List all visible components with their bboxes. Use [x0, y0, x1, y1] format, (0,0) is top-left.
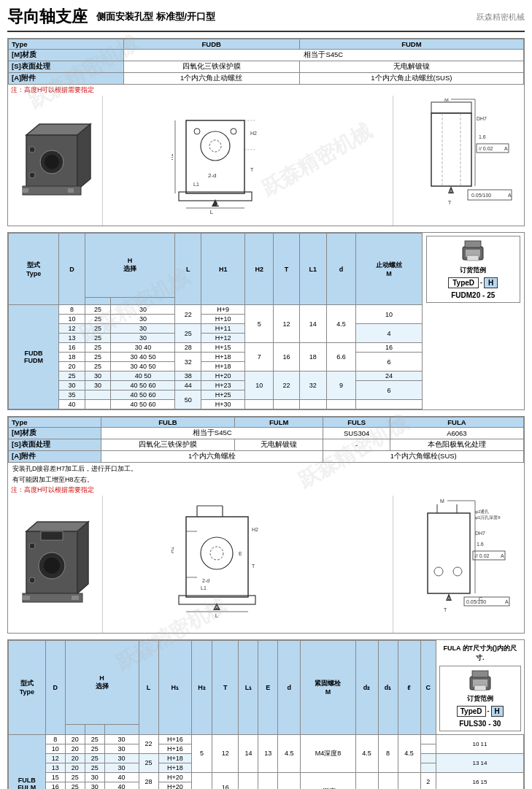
c2-empty4: [420, 763, 436, 772]
svg-point-4: [45, 155, 59, 169]
svg-text:T: T: [448, 200, 452, 205]
h2-30: 30: [104, 734, 139, 744]
svg-text:DH7: DH7: [475, 531, 485, 536]
svg-text:L: L: [209, 209, 213, 215]
d22-6.6: 6.6: [355, 772, 378, 789]
order-h-2: H: [491, 706, 504, 717]
h2-40e: 40: [104, 772, 139, 782]
h-40-50-60a: 40 50 60: [111, 381, 175, 390]
svg-rect-105: [474, 685, 486, 690]
type-fudm: FUDM: [299, 39, 523, 50]
t-12: 12: [274, 305, 300, 343]
accessory-label-2: [A]附件: [9, 451, 101, 463]
h-40-50-60c: 40 50 60: [111, 400, 175, 409]
h2-20: 20: [65, 734, 85, 744]
c2-2: 2: [420, 772, 436, 789]
svg-rect-53: [41, 531, 63, 540]
svg-text:1.6: 1.6: [477, 542, 484, 547]
svg-rect-28: [431, 113, 471, 186]
h-25g: 25: [85, 362, 111, 372]
col-l1: L1: [299, 234, 326, 305]
e2-11: 10 11: [436, 734, 524, 753]
col2-d2b: d₂: [355, 641, 378, 735]
col-d2: d: [326, 234, 356, 305]
d22-4.5: 4.5: [355, 734, 378, 772]
h-30e-40: 30 40: [111, 343, 175, 353]
e2-18: 18: [258, 772, 278, 789]
t-22: 22: [274, 372, 300, 400]
e2-15-16: 16 15: [436, 772, 524, 789]
svg-text:A: A: [504, 146, 508, 151]
product-image-2: [8, 496, 103, 633]
screw2-m4: M4深度8: [301, 734, 355, 772]
screw-4: 4: [356, 324, 422, 343]
d-25: 25: [59, 372, 85, 381]
svg-rect-49: [467, 255, 479, 261]
col-type: 型式Type: [9, 234, 59, 305]
material-fuls: SUS304: [323, 428, 390, 439]
col-d: D: [59, 234, 85, 305]
page-subtitle: 侧面安装孔型 标准型/开口型: [96, 10, 215, 23]
svg-point-6: [29, 172, 35, 178]
surface-label-2: [S]表面处理: [9, 439, 101, 451]
page-title-main: 导向轴支座: [7, 6, 88, 28]
svg-marker-52: [77, 522, 88, 593]
d-empty: [326, 400, 356, 409]
col-h-b: [111, 297, 175, 304]
order-typed-2: TypeD: [457, 706, 486, 717]
screw-empty: [356, 400, 422, 409]
d2-13: 13: [45, 763, 65, 772]
type-fulm: FULM: [235, 417, 323, 428]
note-1: 注：高度H可以根据需要指定: [8, 85, 524, 96]
data-table-section-2: 型式Type D H选择 L H₁ H₂ T L₁ E d 紧固螺栓M d₂ d…: [7, 639, 525, 789]
svg-rect-60: [72, 596, 79, 600]
data-table-1: 型式Type D H选择 L H1 H2 T L1 d 止动螺丝M: [8, 233, 524, 409]
screw2-m6: M6深度12: [301, 772, 355, 789]
h-25b: 25: [85, 315, 111, 324]
svg-point-66: [210, 547, 223, 560]
order-title-2: 订货范例: [443, 694, 517, 704]
l2-28: 28: [139, 772, 158, 789]
screw-16: 16: [356, 343, 422, 353]
surface-fulb: 四氧化三铁保护膜: [101, 439, 234, 451]
h-25: 25: [85, 305, 111, 315]
l-25: 25: [175, 324, 201, 343]
svg-text:2-d: 2-d: [208, 172, 217, 179]
h-30h: 30: [85, 372, 111, 381]
d-10: 10: [59, 315, 85, 324]
svg-text:A: A: [447, 596, 450, 601]
col-screw: 止动螺丝M: [356, 234, 422, 305]
h-30g-40-50: 30 40 50: [111, 362, 175, 372]
h1-12: H+12: [201, 334, 245, 343]
svg-text:E: E: [239, 551, 242, 556]
material-fula: A6063: [390, 428, 523, 439]
surface-label: [S]表面处理: [9, 61, 124, 73]
product-svg-1: [19, 120, 92, 201]
l-22: 22: [175, 305, 201, 324]
l2-25: 25: [139, 753, 158, 772]
d-20: 20: [59, 362, 85, 372]
svg-text:A: A: [217, 201, 220, 207]
printer-svg: [460, 239, 486, 261]
h12-16b: H+16: [158, 744, 192, 753]
c2-empty3: [420, 753, 436, 763]
h2-30d: 30: [104, 763, 139, 772]
section-ful: Type FULB FULM FULS FULA [M]材质 相当于S45C S…: [7, 416, 525, 634]
type-ful-all: FULBFULMFULSFULA: [9, 734, 46, 789]
d-6.6: 6.6: [326, 343, 356, 372]
svg-rect-104: [472, 671, 488, 677]
l12-18: 18: [239, 772, 258, 789]
order-dash-1: -: [480, 279, 482, 286]
h-30f-40-50: 30 40 50: [111, 353, 175, 362]
type-label-2: Type: [9, 417, 101, 428]
col2-h: H选择: [65, 641, 139, 725]
svg-text:φ2通孔: φ2通孔: [475, 509, 489, 514]
col-l: L: [175, 234, 201, 305]
order-code-1: FUDM20 - 25: [430, 291, 517, 299]
col2-l1: L₁: [239, 641, 258, 735]
screw-24: 24: [356, 372, 422, 381]
drawing-svg-1r: DH7 M 1.6 0.05/100 A // 0.02 A: [402, 99, 515, 223]
d-35: 35: [59, 390, 85, 400]
svg-text:M: M: [440, 499, 444, 504]
svg-point-57: [29, 577, 35, 583]
